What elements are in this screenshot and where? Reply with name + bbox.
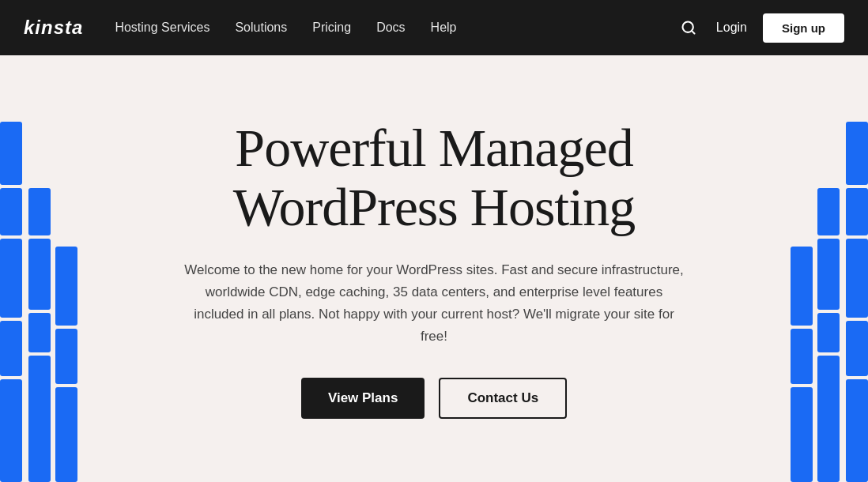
nav-item-solutions[interactable]: Solutions	[235, 21, 287, 35]
block	[791, 247, 813, 326]
block	[846, 122, 868, 185]
block	[817, 239, 840, 310]
hero-title-line1: Powerful Managed	[235, 118, 632, 178]
block	[846, 188, 868, 235]
nav-left: kinsta Hosting Services Solutions Pricin…	[24, 17, 457, 39]
block	[55, 247, 77, 326]
decorative-blocks-left	[0, 103, 103, 482]
search-button[interactable]	[677, 16, 700, 40]
right-col-2	[817, 188, 840, 482]
search-icon	[681, 20, 696, 36]
block	[28, 239, 51, 310]
nav-link-pricing[interactable]: Pricing	[312, 21, 351, 34]
logo: kinsta	[24, 17, 83, 39]
block	[0, 239, 22, 318]
right-col-1	[846, 122, 868, 482]
hero-title: Powerful Managed WordPress Hosting	[181, 119, 687, 237]
nav-link-help[interactable]: Help	[431, 21, 457, 34]
left-col-3	[55, 247, 77, 482]
block	[0, 379, 22, 482]
nav-links: Hosting Services Solutions Pricing Docs …	[115, 21, 456, 35]
hero-title-line2: WordPress Hosting	[233, 177, 635, 237]
hero-buttons: View Plans Contact Us	[181, 378, 687, 419]
svg-line-1	[692, 31, 695, 34]
login-button[interactable]: Login	[716, 21, 747, 35]
block	[791, 329, 813, 384]
block	[28, 188, 51, 235]
hero-subtitle: Welcome to the new home for your WordPre…	[181, 259, 687, 348]
block	[846, 239, 868, 318]
block	[0, 122, 22, 185]
signup-button[interactable]: Sign up	[763, 13, 844, 43]
hero-section: Powerful Managed WordPress Hosting Welco…	[0, 55, 868, 482]
block	[0, 321, 22, 376]
left-col-1	[0, 122, 22, 482]
block	[791, 387, 813, 482]
block	[817, 188, 840, 235]
navbar: kinsta Hosting Services Solutions Pricin…	[0, 0, 868, 55]
decorative-blocks-right	[765, 103, 868, 482]
nav-item-pricing[interactable]: Pricing	[312, 21, 351, 35]
block	[55, 387, 77, 482]
nav-item-docs[interactable]: Docs	[376, 21, 405, 35]
block	[28, 356, 51, 482]
nav-right: Login Sign up	[677, 13, 844, 43]
contact-us-button[interactable]: Contact Us	[439, 378, 567, 419]
left-col-2	[28, 188, 51, 482]
block	[817, 313, 840, 352]
block	[846, 379, 868, 482]
block	[846, 321, 868, 376]
view-plans-button[interactable]: View Plans	[301, 378, 425, 419]
right-col-3	[791, 247, 813, 482]
block	[817, 356, 840, 482]
block	[0, 188, 22, 235]
block	[28, 313, 51, 352]
hero-content: Powerful Managed WordPress Hosting Welco…	[165, 103, 703, 435]
nav-link-hosting[interactable]: Hosting Services	[115, 21, 209, 34]
nav-link-docs[interactable]: Docs	[376, 21, 405, 34]
nav-link-solutions[interactable]: Solutions	[235, 21, 287, 34]
nav-item-hosting[interactable]: Hosting Services	[115, 21, 209, 35]
block	[55, 329, 77, 384]
nav-item-help[interactable]: Help	[431, 21, 457, 35]
